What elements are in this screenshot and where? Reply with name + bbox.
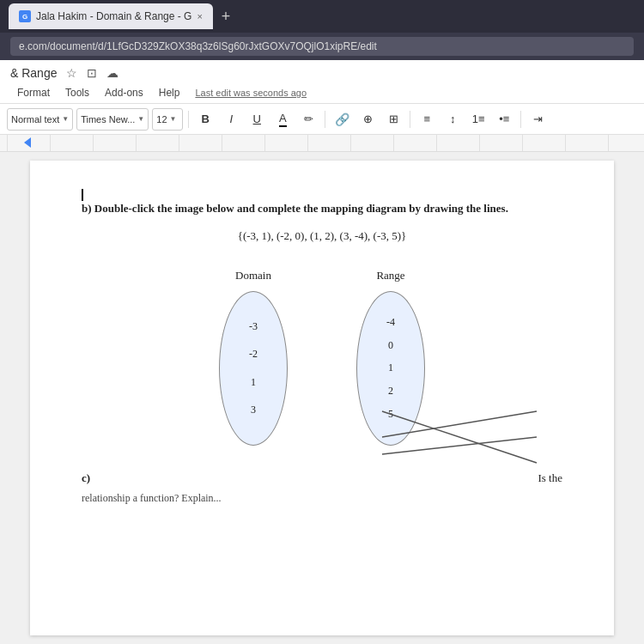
style-arrow: ▼ bbox=[62, 115, 69, 123]
section-c-label: c) bbox=[82, 471, 90, 485]
drive-icon[interactable]: ⊡ bbox=[84, 65, 100, 81]
text-cursor bbox=[82, 189, 83, 201]
font-select[interactable]: Times New... ▼ bbox=[76, 108, 149, 131]
doc-body: b) Double-click the image below and comp… bbox=[0, 152, 644, 644]
tab-close-button[interactable]: × bbox=[197, 11, 202, 21]
font-label: Times New... bbox=[81, 114, 135, 125]
active-tab[interactable]: G Jala Hakim - Domain & Range - G × bbox=[9, 3, 213, 29]
set-notation: {(-3, 1), (-2, 0), (1, 2), (3, -4), (-3,… bbox=[82, 229, 562, 243]
new-tab-button[interactable]: + bbox=[218, 8, 234, 26]
address-bar bbox=[0, 33, 644, 60]
docs-title-icons: ☆ ⊡ ☁ bbox=[64, 65, 120, 81]
docs-title: & Range bbox=[10, 66, 57, 80]
italic-button[interactable]: I bbox=[220, 108, 242, 131]
numbered-list-button[interactable]: 1≡ bbox=[467, 108, 489, 131]
ruler bbox=[0, 135, 644, 152]
star-icon[interactable]: ☆ bbox=[64, 65, 79, 81]
range-value-1: -4 bbox=[386, 316, 395, 329]
toolbar-divider-3 bbox=[410, 111, 410, 128]
size-label: 12 bbox=[156, 114, 167, 125]
ruler-left-indent[interactable] bbox=[24, 137, 31, 148]
tab-favicon: G bbox=[19, 10, 31, 22]
menu-tools[interactable]: Tools bbox=[58, 84, 96, 101]
browser-chrome: G Jala Hakim - Domain & Range - G × + bbox=[0, 0, 644, 33]
size-arrow: ▼ bbox=[170, 115, 177, 123]
docs-container: & Range ☆ ⊡ ☁ Format Tools Add-ons Help … bbox=[0, 60, 644, 644]
docs-header: & Range ☆ ⊡ ☁ Format Tools Add-ons Help … bbox=[0, 60, 644, 104]
menu-addons[interactable]: Add-ons bbox=[98, 84, 150, 101]
doc-page: b) Double-click the image below and comp… bbox=[30, 161, 614, 635]
address-input[interactable] bbox=[10, 37, 634, 56]
svg-line-1 bbox=[382, 411, 537, 437]
style-label: Normal text bbox=[11, 114, 59, 125]
range-value-2: 0 bbox=[388, 339, 393, 352]
bullet-list-button[interactable]: •≡ bbox=[493, 108, 515, 131]
style-select[interactable]: Normal text ▼ bbox=[7, 108, 73, 131]
domain-value-1: -3 bbox=[249, 320, 258, 333]
menu-help[interactable]: Help bbox=[152, 84, 187, 101]
link-button[interactable]: 🔗 bbox=[331, 108, 353, 131]
svg-line-0 bbox=[382, 411, 537, 463]
image-button[interactable]: ⊞ bbox=[382, 108, 404, 131]
domain-value-3: 1 bbox=[251, 376, 256, 389]
instruction-text: b) Double-click the image below and comp… bbox=[82, 202, 562, 216]
tab-bar: G Jala Hakim - Domain & Range - G × + bbox=[9, 3, 234, 29]
font-arrow: ▼ bbox=[137, 115, 144, 123]
comment-button[interactable]: ⊕ bbox=[356, 108, 379, 131]
line-spacing-button[interactable]: ↕ bbox=[441, 108, 464, 131]
font-color-button[interactable]: A bbox=[271, 108, 294, 131]
indent-button[interactable]: ⇥ bbox=[526, 108, 549, 131]
font-color-a: A bbox=[279, 112, 287, 127]
bold-button[interactable]: B bbox=[194, 108, 216, 131]
size-select[interactable]: 12 ▼ bbox=[152, 108, 183, 131]
last-edit-text: Last edit was seconds ago bbox=[195, 88, 307, 98]
ruler-inner bbox=[7, 135, 637, 151]
underline-button[interactable]: U bbox=[246, 108, 268, 131]
toolbar-divider-1 bbox=[188, 111, 189, 128]
toolbar-divider-2 bbox=[325, 111, 325, 128]
range-label: Range bbox=[376, 269, 404, 283]
pen-button[interactable]: ✏ bbox=[297, 108, 319, 131]
domain-value-4: 3 bbox=[251, 404, 256, 416]
range-value-3: 1 bbox=[388, 361, 393, 374]
bottom-text: relationship a function? Explain... bbox=[82, 492, 562, 505]
tab-title: Jala Hakim - Domain & Range - G bbox=[36, 10, 191, 22]
domain-container: Domain -3 -2 1 3 bbox=[219, 269, 288, 446]
toolbar-divider-4 bbox=[520, 111, 521, 128]
domain-value-2: -2 bbox=[249, 348, 258, 361]
mapping-diagram: Domain -3 -2 1 3 Range -4 0 1 2 bbox=[82, 260, 562, 454]
menu-format[interactable]: Format bbox=[10, 84, 57, 101]
menu-bar: Format Tools Add-ons Help Last edit was … bbox=[10, 82, 634, 103]
cloud-icon[interactable]: ☁ bbox=[105, 65, 120, 81]
domain-label: Domain bbox=[235, 269, 271, 283]
mapping-lines-svg bbox=[374, 394, 545, 480]
align-button[interactable]: ≡ bbox=[416, 108, 438, 131]
domain-oval[interactable]: -3 -2 1 3 bbox=[219, 291, 288, 446]
svg-line-2 bbox=[382, 437, 537, 454]
docs-title-row: & Range ☆ ⊡ ☁ bbox=[10, 65, 634, 81]
toolbar: Normal text ▼ Times New... ▼ 12 ▼ B I U … bbox=[0, 104, 644, 135]
